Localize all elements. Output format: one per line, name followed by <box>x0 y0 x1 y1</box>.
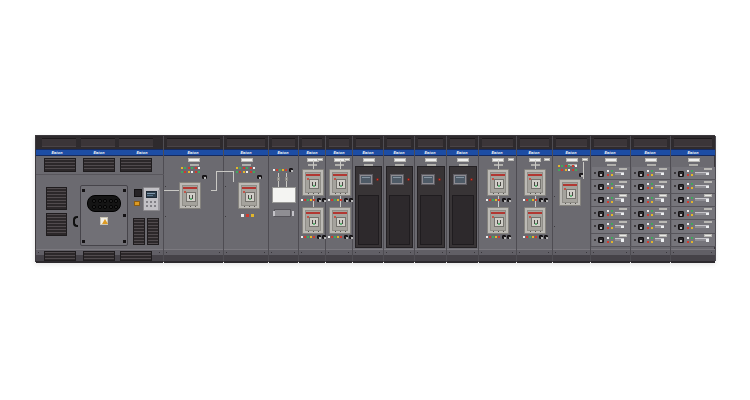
unit-switch-dot <box>640 214 642 216</box>
unit-screw <box>634 172 636 174</box>
section-feeder-single: Eaton <box>553 136 591 261</box>
breaker-status-light-red <box>243 191 245 193</box>
rail-screw <box>442 252 443 253</box>
indicator-light <box>486 199 488 201</box>
breaker-screw <box>540 231 541 232</box>
brand-band: Eaton <box>631 149 670 156</box>
indicator-light <box>276 169 278 171</box>
brand-logo: Eaton <box>492 151 503 155</box>
unit-breaker-switch <box>598 184 604 190</box>
indicator-light <box>340 236 342 238</box>
meter-panel <box>272 187 296 203</box>
brand-logo: Eaton <box>362 151 373 155</box>
rail-screw <box>226 252 227 253</box>
indicator-light <box>611 201 613 203</box>
breaker-faceplate <box>186 192 196 202</box>
brand-band: Eaton <box>447 149 478 156</box>
hmi-screen-line <box>147 193 155 194</box>
unit-operating-handle <box>695 198 709 201</box>
unit-tag <box>704 221 712 224</box>
indicator-light <box>687 210 689 212</box>
handle-tip <box>621 226 624 229</box>
louver-vent <box>46 187 67 210</box>
brand-band: Eaton <box>591 149 630 156</box>
indicator-light <box>307 236 309 238</box>
lower-indicator-light <box>246 214 249 217</box>
door-latch <box>123 240 126 243</box>
mcc-unit-row <box>592 167 630 179</box>
indicator-light <box>334 236 336 238</box>
terminal-cap <box>273 211 275 216</box>
breaker-unit <box>487 207 509 234</box>
base-plinth <box>447 255 478 263</box>
roof-vent-zone <box>326 136 352 149</box>
brand-band: Eaton <box>479 149 516 156</box>
unit-switch-dot <box>680 174 682 176</box>
indicator-light <box>691 201 693 203</box>
unit-screw <box>634 239 636 241</box>
section-body <box>631 156 670 249</box>
unit-operating-handle <box>695 212 709 215</box>
brand-logo: Eaton <box>136 151 147 155</box>
roof-vent <box>594 138 627 147</box>
roof-vent <box>634 138 667 147</box>
pt-fuse <box>277 177 280 181</box>
breaker-status-light-red <box>529 178 531 180</box>
unit-screw <box>674 172 676 174</box>
breaker-rating-label <box>306 212 320 214</box>
unit-breaker-switch <box>678 237 684 243</box>
indicator-light <box>246 171 248 173</box>
mimic-bus-line <box>313 160 314 169</box>
indicator-light <box>313 236 315 238</box>
indicator-light <box>647 237 649 239</box>
unit-tag <box>704 181 712 184</box>
indicator-light <box>498 236 500 238</box>
indicator-light <box>607 210 609 212</box>
mcc-unit-row <box>632 194 670 206</box>
cam-lock-receptacle <box>109 205 113 209</box>
card-slot <box>134 189 142 197</box>
handle-tip <box>661 239 664 242</box>
nameplate-tag <box>605 158 617 162</box>
indicator-light <box>691 174 693 176</box>
indicator-light <box>611 210 613 212</box>
breaker-glyph <box>500 182 501 186</box>
breaker-rating-label <box>528 174 542 176</box>
section-body <box>591 156 630 249</box>
indicator-light <box>691 187 693 189</box>
section-body <box>517 156 552 249</box>
indicator-light <box>239 167 241 169</box>
indicator-light <box>243 171 245 173</box>
breaker-rating-label <box>242 187 256 189</box>
rail-screw <box>449 252 450 253</box>
breaker-status-light-green <box>340 185 342 187</box>
breaker-screw <box>313 193 314 194</box>
indicator-light <box>243 167 245 169</box>
breaker-status-light-green <box>535 223 537 225</box>
unit-breaker-switch <box>598 211 604 217</box>
roof-vent-zone <box>36 136 163 149</box>
indicator-light <box>687 201 689 203</box>
roof-vent <box>418 138 443 147</box>
indicator-light <box>523 199 525 201</box>
row-separator <box>671 246 716 247</box>
unit-screw <box>634 212 636 214</box>
drive-door <box>355 166 382 248</box>
indicator-light <box>607 241 609 243</box>
mimic-bus-line <box>498 160 499 169</box>
indicator-light <box>687 187 689 189</box>
breaker-screw <box>335 193 336 194</box>
nameplate-tag <box>241 158 253 162</box>
handle-tip <box>661 173 664 176</box>
breaker-status-light-green <box>340 223 342 225</box>
control-switch <box>507 198 511 202</box>
indicator-light <box>647 214 649 216</box>
drive-display <box>453 174 467 185</box>
section-mcc: Eaton <box>591 136 631 261</box>
breaker-screw <box>493 193 494 194</box>
breaker-screw <box>249 206 250 207</box>
unit-switch-dot <box>680 240 682 242</box>
rail-screw <box>271 252 272 253</box>
roof-vent-zone <box>553 136 590 149</box>
unit-switch-dot <box>600 227 602 229</box>
